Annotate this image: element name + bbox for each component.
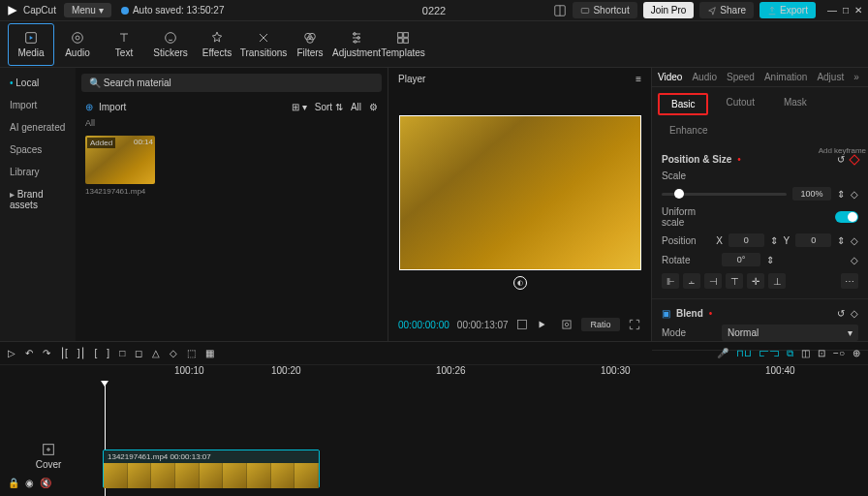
scale-value[interactable]: 100% — [792, 187, 831, 201]
tab-adjust[interactable]: Adjust — [817, 72, 844, 82]
scale-slider[interactable] — [662, 193, 787, 196]
stepper-icon[interactable]: ⇕ — [837, 189, 845, 200]
tab-speed[interactable]: Speed — [727, 72, 755, 82]
subtab-mask[interactable]: Mask — [772, 93, 819, 115]
align-top-icon[interactable]: ⊤ — [726, 273, 743, 289]
play-icon[interactable] — [536, 319, 547, 330]
trim-right-icon[interactable]: ] — [107, 348, 109, 358]
filter-icon[interactable]: ⚙ — [369, 102, 378, 112]
keyframe-icon[interactable]: ◇ — [851, 255, 858, 265]
keyframe-icon[interactable]: ◇ — [851, 308, 858, 319]
tool-stickers[interactable]: Stickers — [147, 23, 194, 66]
sidebar-item-import[interactable]: Import — [0, 94, 76, 116]
magnet-icon[interactable]: ⊓⊔ — [736, 348, 752, 359]
sidebar-item-brand[interactable]: ▸ Brand assets — [0, 183, 76, 216]
prev-frame-icon[interactable] — [516, 319, 528, 330]
preview-icon[interactable]: ◫ — [801, 348, 810, 359]
mic-icon[interactable]: 🎤 — [717, 348, 728, 359]
tool-text[interactable]: Text — [101, 23, 147, 66]
mirror-icon[interactable]: △ — [152, 348, 160, 358]
tool-audio[interactable]: Audio — [54, 23, 101, 66]
preview-canvas[interactable] — [399, 115, 641, 270]
link-icon[interactable]: ⧉ — [787, 348, 793, 359]
align-right-icon[interactable]: ⊣ — [704, 273, 722, 289]
pos-x-input[interactable]: 0 — [728, 233, 764, 247]
freeze-icon[interactable]: ▦ — [205, 348, 214, 358]
zoom-out-icon[interactable]: −○ — [833, 348, 845, 359]
sidebar-item-library[interactable]: Library — [0, 161, 76, 183]
media-thumbnail[interactable]: Added 00:14 1342197461.mp4 — [85, 136, 155, 196]
filter-all[interactable]: All — [351, 102, 361, 112]
import-button[interactable]: Import — [99, 102, 126, 112]
redo-icon[interactable]: ↷ — [43, 348, 50, 358]
share-button[interactable]: Share — [699, 2, 754, 18]
tab-audio[interactable]: Audio — [692, 72, 717, 82]
cover-button[interactable]: Cover — [4, 438, 93, 474]
blend-mode-select[interactable]: Normal▾ — [722, 325, 858, 341]
search-input[interactable]: 🔍 Search material — [81, 74, 382, 92]
shortcut-button[interactable]: Shortcut — [573, 2, 636, 18]
align-center-v-icon[interactable]: ✛ — [747, 273, 764, 289]
delete-icon[interactable]: □ — [119, 348, 125, 358]
uniform-toggle[interactable] — [835, 211, 858, 223]
align-left-icon[interactable]: ⊩ — [662, 273, 679, 289]
lock-icon[interactable]: 🔒 — [8, 478, 19, 488]
menu-button[interactable]: Menu▾ — [64, 3, 111, 17]
tool-effects[interactable]: Effects — [194, 23, 240, 66]
track-icon[interactable]: ⊡ — [818, 348, 825, 359]
pos-y-input[interactable]: 0 — [795, 233, 831, 247]
reverse-icon[interactable]: ◻ — [135, 348, 142, 358]
undo-icon[interactable]: ↶ — [25, 348, 33, 358]
rotate-icon[interactable]: ◇ — [170, 348, 177, 358]
zoom-in-icon[interactable]: ⊕ — [852, 348, 860, 359]
grid-view-icon[interactable]: ⊞ ▾ — [292, 102, 307, 112]
sidebar-item-spaces[interactable]: Spaces — [0, 139, 76, 161]
reset-icon[interactable]: ↺ — [837, 154, 845, 165]
pointer-icon[interactable]: ▷ — [8, 348, 16, 358]
tool-media[interactable]: Media — [8, 23, 54, 66]
join-pro-button[interactable]: Join Pro — [643, 2, 695, 18]
fullscreen-icon[interactable] — [628, 318, 641, 331]
sort-button[interactable]: Sort ⇅ — [315, 102, 343, 112]
sidebar-item-ai[interactable]: AI generated — [0, 116, 76, 139]
crop-icon[interactable]: ⬚ — [187, 348, 196, 358]
keyframe-icon[interactable]: ◇ — [851, 235, 858, 246]
tool-templates[interactable]: Templates — [380, 23, 426, 66]
subtab-cutout[interactable]: Cutout — [714, 93, 765, 115]
minimize-icon[interactable]: — — [827, 5, 837, 16]
align-center-h-icon[interactable]: ⫠ — [683, 273, 700, 289]
maximize-icon[interactable]: □ — [843, 5, 849, 16]
close-icon[interactable]: ✕ — [854, 5, 862, 16]
mute-icon[interactable]: 🔇 — [40, 478, 51, 488]
layout-icon[interactable] — [553, 4, 567, 17]
rotate-input[interactable]: 0° — [722, 253, 760, 266]
transform-handle-icon[interactable]: ◐ — [513, 276, 527, 290]
align-bottom-icon[interactable]: ⊥ — [768, 273, 786, 289]
player-menu-icon[interactable]: ≡ — [636, 74, 641, 84]
tab-animation[interactable]: Animation — [764, 72, 807, 82]
split-left-icon[interactable]: ]⎮ — [78, 348, 85, 358]
export-button[interactable]: Export — [760, 2, 816, 18]
scale-icon[interactable] — [560, 318, 574, 331]
subtab-enhance[interactable]: Enhance — [658, 121, 719, 140]
trim-left-icon[interactable]: [ — [95, 348, 98, 358]
timeline-clip[interactable]: 1342197461.mp4 00:00:13:07 — [103, 450, 320, 488]
ratio-button[interactable]: Ratio — [581, 318, 620, 331]
tool-adjustment[interactable]: Adjustment — [333, 23, 380, 66]
subtab-basic[interactable]: Basic — [658, 93, 708, 115]
tool-transitions[interactable]: Transitions — [240, 23, 287, 66]
split-icon[interactable]: ⎮[ — [60, 348, 68, 358]
tool-filters[interactable]: Filters — [287, 23, 333, 66]
timeline-ruler[interactable]: 100:10 100:20 100:26 100:30 100:40 — [0, 365, 868, 381]
all-label: All — [76, 116, 388, 130]
align-more-icon[interactable]: ⋯ — [841, 273, 858, 289]
tab-video[interactable]: Video — [658, 72, 682, 82]
import-plus-icon[interactable]: ⊕ — [85, 102, 93, 112]
keyframe-icon[interactable]: ◇ — [851, 189, 858, 200]
snap-icon[interactable]: ⫍⫎ — [760, 348, 779, 359]
keyframe-diamond-icon[interactable] — [849, 154, 859, 165]
tab-more-icon[interactable]: » — [853, 72, 859, 82]
reset-icon[interactable]: ↺ — [837, 308, 845, 319]
sidebar-item-local[interactable]: • Local — [0, 72, 76, 94]
visibility-icon[interactable]: ◉ — [25, 478, 34, 488]
